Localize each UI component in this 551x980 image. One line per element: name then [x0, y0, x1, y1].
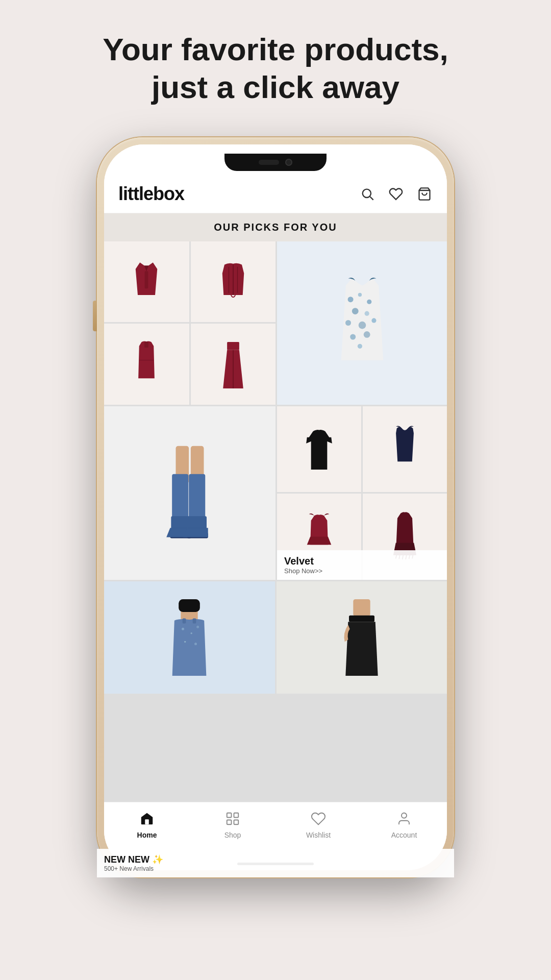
- svg-point-42: [184, 641, 186, 642]
- wishlist-nav-label: Wishlist: [306, 831, 331, 839]
- grid-velvet: Velvet Shop Now>>: [277, 406, 447, 580]
- phone-frame: littlebox OUR PICKS FOR YOU: [97, 137, 454, 877]
- svg-point-0: [363, 189, 371, 197]
- svg-rect-8: [227, 342, 239, 350]
- svg-point-10: [347, 297, 353, 302]
- svg-point-39: [182, 628, 184, 630]
- account-nav-icon: [395, 810, 413, 828]
- product-cell-3[interactable]: [104, 324, 189, 405]
- svg-rect-3: [145, 271, 148, 288]
- svg-rect-48: [145, 819, 149, 824]
- svg-rect-50: [234, 813, 239, 818]
- svg-point-15: [345, 320, 351, 326]
- svg-point-40: [191, 632, 192, 634]
- svg-point-14: [364, 311, 369, 316]
- svg-point-12: [367, 300, 371, 304]
- boots-cell[interactable]: [104, 406, 276, 580]
- page-headline: Your favorite products, just a click awa…: [62, 31, 489, 107]
- nav-item-shop[interactable]: Shop: [190, 810, 276, 839]
- product-row-2: Velvet Shop Now>>: [104, 406, 447, 580]
- black-dress-cell[interactable]: [277, 406, 361, 493]
- svg-rect-44: [183, 618, 186, 623]
- grid-top-left: NEW NEW ✨ 500+ New Arrivals: [104, 241, 276, 405]
- home-nav-label: Home: [137, 831, 157, 839]
- svg-point-43: [194, 643, 197, 645]
- notch: [224, 154, 327, 171]
- wishlist-nav-icon: [309, 810, 328, 828]
- black-skirt-half-cell[interactable]: [277, 581, 447, 694]
- svg-point-13: [352, 308, 358, 314]
- nav-item-wishlist[interactable]: Wishlist: [276, 810, 361, 839]
- app-logo: littlebox: [118, 183, 184, 205]
- svg-rect-49: [227, 813, 232, 818]
- shop-nav-label: Shop: [224, 831, 241, 839]
- svg-point-17: [371, 318, 376, 323]
- navy-dress-cell[interactable]: [363, 406, 447, 493]
- svg-line-1: [370, 197, 373, 200]
- notch-bar: [104, 144, 447, 175]
- svg-point-11: [358, 293, 361, 297]
- svg-point-16: [358, 322, 366, 329]
- product-cell-2[interactable]: [191, 241, 276, 323]
- svg-rect-23: [172, 474, 188, 521]
- app-content: OUR PICKS FOR YOU: [104, 213, 447, 802]
- svg-rect-52: [234, 820, 239, 824]
- product-row-1: NEW NEW ✨ 500+ New Arrivals: [104, 241, 447, 405]
- svg-point-53: [402, 813, 407, 818]
- svg-rect-38: [179, 599, 200, 612]
- velvet-title: Velvet: [284, 555, 440, 567]
- search-icon-button[interactable]: [359, 186, 375, 202]
- app-header: littlebox: [104, 175, 447, 213]
- product-row-3: [104, 581, 447, 694]
- floral-dress-cell[interactable]: [277, 241, 447, 405]
- svg-rect-47: [349, 615, 374, 622]
- svg-point-41: [196, 625, 199, 628]
- nav-item-home[interactable]: Home: [104, 810, 190, 839]
- svg-rect-51: [227, 820, 232, 824]
- product-cell-4[interactable]: [191, 324, 276, 405]
- nav-item-account[interactable]: Account: [361, 810, 447, 839]
- cart-icon-button[interactable]: [416, 186, 433, 202]
- phone-inner: littlebox OUR PICKS FOR YOU: [104, 144, 447, 870]
- velvet-label[interactable]: Velvet Shop Now>>: [277, 550, 447, 580]
- notch-camera: [285, 159, 292, 166]
- product-grid: NEW NEW ✨ 500+ New Arrivals: [104, 241, 447, 802]
- account-nav-label: Account: [391, 831, 417, 839]
- svg-point-20: [357, 344, 362, 349]
- picks-banner: OUR PICKS FOR YOU: [104, 213, 447, 241]
- svg-rect-7: [144, 341, 148, 348]
- wishlist-icon-button[interactable]: [388, 186, 404, 202]
- header-icons: [359, 186, 433, 202]
- svg-point-18: [350, 334, 356, 340]
- svg-point-19: [363, 331, 370, 338]
- blue-dress-half-cell[interactable]: [104, 581, 275, 694]
- notch-sensor: [259, 160, 279, 165]
- svg-rect-45: [193, 618, 196, 623]
- shop-nav-icon: [223, 810, 242, 828]
- velvet-subtitle: Shop Now>>: [284, 567, 440, 575]
- product-cell-1[interactable]: [104, 241, 189, 323]
- home-nav-icon: [138, 810, 156, 828]
- svg-rect-46: [353, 599, 370, 616]
- svg-rect-27: [189, 474, 205, 521]
